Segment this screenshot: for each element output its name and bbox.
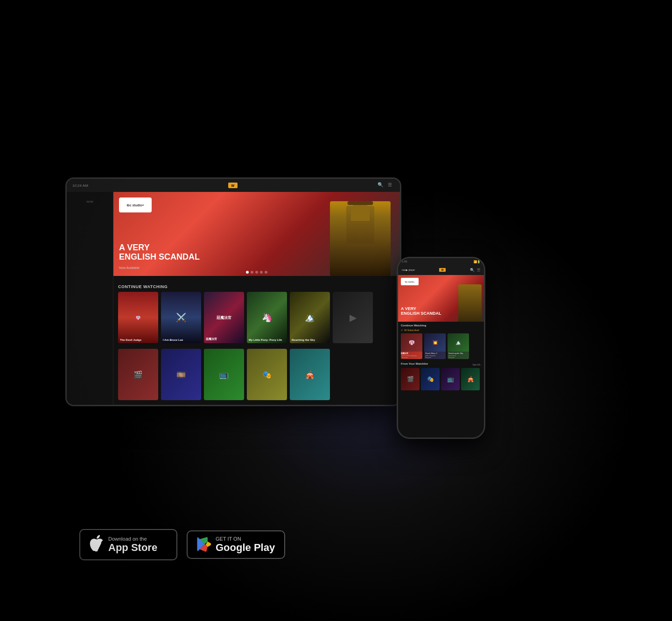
phone-card-1-title: 惡魔法官 <box>401 352 420 354</box>
phone-card-1-visual: 👘 <box>401 333 422 352</box>
card-2-visual: ⚔️ <box>161 292 201 343</box>
row2-card-2[interactable]: 🎞️ <box>161 349 201 400</box>
studio-logo: ibc studio+ <box>119 198 152 212</box>
hero-character-image <box>330 201 391 276</box>
card-4-title: My Little Pony: Pony Life <box>249 339 285 341</box>
card-4-visual: 🦄 <box>247 292 287 343</box>
content-card-3[interactable]: 惡魔法官 惡魔法官 <box>204 292 244 343</box>
row2-card-3[interactable]: 📺 <box>204 349 244 400</box>
card-6-visual: ▶ <box>333 292 373 343</box>
tablet-row2-section: 🎬 🎞️ 📺 🎭 🎪 <box>113 347 400 400</box>
hero-title: A VERY ENGLISH SCANDAL <box>119 243 200 262</box>
card-3-visual: 惡魔法官 <box>204 292 244 343</box>
phone-signal: 📶🔋 <box>474 260 480 263</box>
row2-card-1[interactable]: 🎬 <box>118 349 158 400</box>
continue-watching-title: Continue Watching <box>118 284 395 289</box>
phone-card-2-visual: 💥 <box>424 333 446 352</box>
tablet-logo: W <box>228 183 238 188</box>
watchlist-card-3[interactable]: 📺 <box>441 368 460 390</box>
dot-1 <box>246 271 249 274</box>
wl-card-4-visual: 🎪 <box>461 368 480 390</box>
phone-card-2-info: Shock Wave 2 Video Express Resume <box>424 352 446 359</box>
phone-device: 1:00 📶🔋 now▶ player W 🔍 ☰ ibc studio+ <box>397 257 485 439</box>
tablet-device: 10:24 AM W 🔍 ☰ NOW ibc studio+ <box>65 177 401 406</box>
watchlist-title: From Your Watchlist <box>401 362 428 365</box>
wl-card-2-visual: 🎭 <box>421 368 440 390</box>
tablet-screen: 10:24 AM W 🔍 ☰ NOW ibc studio+ <box>67 179 400 405</box>
phone-hero-banner: ibc studio+ A VERY ENGLISH SCANDAL <box>398 275 484 322</box>
google-play-icon <box>197 537 211 553</box>
phone-hero-character <box>458 284 482 322</box>
phone-card-2[interactable]: 💥 Shock Wave 2 Video Express Resume <box>424 333 446 359</box>
phone-watchlist-header: From Your Watchlist See All › <box>398 360 484 367</box>
row2-card-4[interactable]: 🎭 <box>247 349 287 400</box>
studio-label: ibc studio+ <box>126 204 144 207</box>
card-2-title: I Am Bruce Lee <box>163 339 199 341</box>
card-5-icon: 🏔️ <box>305 312 315 323</box>
tablet-topbar-right: 🔍 ☰ <box>378 182 394 189</box>
content-card-1[interactable]: 👘 The Devil Judge <box>118 292 158 343</box>
row2-card-1-visual: 🎬 <box>118 349 158 400</box>
devices-container: 10:24 AM W 🔍 ☰ NOW ibc studio+ <box>65 177 485 425</box>
tablet-topbar: 10:24 AM W 🔍 ☰ <box>67 179 400 192</box>
app-store-buttons: Download on the App Store GET IT ON Goog… <box>79 529 285 560</box>
phone-cards-row: 👘 惡魔法官 Now Drama Express Resume 💥 Shock … <box>401 333 481 359</box>
row2-card-3-visual: 📺 <box>204 349 244 400</box>
phone-continue-title: Continue Watching <box>401 324 481 327</box>
watchlist-card-1[interactable]: 🎬 <box>401 368 420 390</box>
wl-card-3-visual: 📺 <box>441 368 460 390</box>
phone-time: 1:00 <box>402 260 407 263</box>
phone-menu-icon[interactable]: ☰ <box>477 268 480 272</box>
apple-app-store-button[interactable]: Download on the App Store <box>79 529 177 560</box>
phone-logo-text: now▶ player <box>402 269 415 271</box>
phone-continue-section: Continue Watching ✓ All Subscribed 👘 惡魔法… <box>398 322 484 360</box>
menu-icon[interactable]: ☰ <box>388 182 394 189</box>
card-1-icon: 👘 <box>136 316 140 320</box>
dot-2 <box>251 271 253 274</box>
apple-store-text: Download on the App Store <box>108 536 157 553</box>
phone-card-1[interactable]: 👘 惡魔法官 Now Drama Express Resume <box>401 333 422 359</box>
content-card-5[interactable]: 🏔️ Reaching the Sky <box>290 292 330 343</box>
dot-3 <box>255 271 258 274</box>
content-card-2[interactable]: ⚔️ I Am Bruce Lee <box>161 292 201 343</box>
search-icon[interactable]: 🔍 <box>378 182 384 189</box>
phone-card-3[interactable]: 🏔️ Reaching the Sky Discovery Resume <box>448 333 469 359</box>
content-card-6[interactable]: ▶ <box>333 292 373 343</box>
phone-w-badge: W <box>439 268 446 272</box>
tablet-continue-section: Continue Watching 👘 The Devil Judge ⚔️ I… <box>113 281 400 343</box>
row2-card-5[interactable]: 🎪 <box>290 349 330 400</box>
phone-card-3-resume: Resume <box>448 357 468 359</box>
phone-card-1-info: 惡魔法官 Now Drama Express Resume <box>401 352 422 359</box>
card-3-title: 惡魔法官 <box>206 337 242 341</box>
dot-5 <box>265 271 267 274</box>
phone-search-icon[interactable]: 🔍 <box>470 268 475 272</box>
phone-card-2-title: Shock Wave 2 <box>425 352 445 354</box>
watchlist-see-all[interactable]: See All › <box>472 363 481 366</box>
hero-available-badge: Now Available <box>119 266 140 269</box>
row2-card-2-visual: 🎞️ <box>161 349 201 400</box>
apple-store-bottom-text: App Store <box>108 542 157 553</box>
google-play-text: GET IT ON Google Play <box>216 536 275 553</box>
sidebar-logo-small: NOW <box>67 197 113 207</box>
apple-icon <box>90 535 104 555</box>
google-play-button[interactable]: GET IT ON Google Play <box>187 530 285 559</box>
tablet-sidebar: NOW <box>67 192 113 405</box>
watchlist-card-2[interactable]: 🎭 <box>421 368 440 390</box>
all-sub-label: All Subscribed <box>404 329 419 332</box>
phone-hero-title: A VERY ENGLISH SCANDAL <box>401 307 441 316</box>
character-head <box>351 202 370 221</box>
phone-nav-icons: 🔍 ☰ <box>470 268 480 272</box>
phone-card-3-title: Reaching the Sky <box>448 352 468 354</box>
card-1-visual: 👘 <box>118 292 158 343</box>
phone-screen: 1:00 📶🔋 now▶ player W 🔍 ☰ ibc studio+ <box>398 258 484 438</box>
phone-watchlist-row: 🎬 🎭 📺 🎪 <box>398 367 484 392</box>
watchlist-card-4[interactable]: 🎪 <box>461 368 480 390</box>
content-row-2: 🎬 🎞️ 📺 🎭 🎪 <box>118 349 395 400</box>
phone-title-line2: ENGLISH SCANDAL <box>401 311 441 316</box>
content-card-4[interactable]: 🦄 My Little Pony: Pony Life <box>247 292 287 343</box>
row2-card-4-visual: 🎭 <box>247 349 287 400</box>
card-1-title: The Devil Judge <box>120 339 156 341</box>
hero-title-line1: A VERY <box>119 243 200 253</box>
phone-all-subscribed: ✓ All Subscribed <box>401 328 481 332</box>
hero-title-line2: ENGLISH SCANDAL <box>119 253 200 262</box>
